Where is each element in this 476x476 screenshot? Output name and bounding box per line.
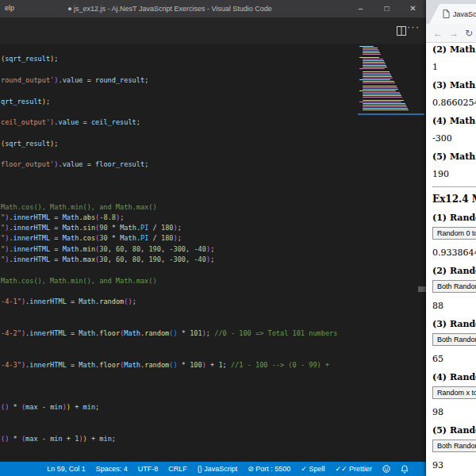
minimap-row: [363, 81, 394, 82]
section-heading: Ex12.4 Math: [432, 194, 476, 204]
random-button[interactable]: Random 0 to: [432, 227, 476, 240]
minimap-row: [363, 62, 385, 63]
scrollbar-thumb[interactable]: [418, 286, 426, 292]
browser-tabbar: JavaScri: [426, 0, 476, 24]
minimap-row: [363, 63, 386, 64]
random-button[interactable]: Both Random: [432, 333, 476, 346]
output-label: (4) Random :: [432, 373, 476, 382]
minimap-row: [363, 97, 402, 98]
more-actions-icon[interactable]: ···: [407, 21, 420, 33]
code-line: (sqrt_result);: [1, 54, 58, 64]
browser-window: JavaScri ← → ↻ (2) Math.sin1(3) Math.cos…: [426, 0, 476, 476]
minimap-row: [363, 54, 381, 55]
minimap-row: [363, 103, 405, 104]
minimap-row: [363, 75, 391, 75]
minimap-row: [363, 106, 407, 107]
forward-button[interactable]: →: [449, 28, 459, 39]
minimap-row: [359, 90, 396, 91]
code-editor[interactable]: (sqrt_result);round_output').value = rou…: [0, 44, 426, 462]
output-label: (3) Random: [432, 320, 476, 328]
titlebar: elp ● js_ex12.js - Aj.NesT JavaScript Ex…: [0, 0, 426, 17]
minimap-row: [363, 60, 384, 61]
minimap-row: [363, 49, 378, 50]
random-button[interactable]: Random x to: [432, 386, 476, 399]
code-line: ").innerHTML = Math.sin(90 * Math.PI / 1…: [1, 223, 182, 233]
status-cursor-position[interactable]: Ln 59, Col 1: [47, 465, 86, 473]
output-value: 0.8660254037: [432, 98, 476, 107]
minimap-row: [363, 108, 408, 109]
minimap-row: [358, 56, 420, 56]
code-line: floor_output').value = floor_result;: [1, 159, 148, 170]
status-encoding[interactable]: UTF-8: [138, 465, 159, 473]
menu-help-partial[interactable]: elp: [5, 4, 14, 12]
browser-content: (2) Math.sin1(3) Math.cos0.8660254037(4)…: [426, 44, 476, 476]
minimap-row: [363, 105, 406, 106]
output-label: (1) Random (: [432, 213, 476, 222]
minimap-row: [363, 95, 401, 96]
output-label: (5) Math.max: [432, 152, 476, 161]
code-line: ").innerHTML = Math.abs(-8.8);: [1, 213, 124, 223]
page-icon: [443, 7, 450, 21]
random-button[interactable]: Both Random: [432, 280, 476, 293]
minimap-row: [363, 78, 393, 79]
minimap-row: [363, 73, 390, 74]
output-label: (3) Math.cos: [432, 81, 476, 90]
code-line: () * (max - min)) + min;: [1, 402, 99, 413]
minimap-row: [359, 102, 401, 102]
status-live-server-port[interactable]: ⊘ Port : 5500: [248, 465, 290, 473]
output-label: (2) Math.sin: [432, 45, 476, 54]
minimap-row: [358, 70, 420, 71]
status-eol[interactable]: CRLF: [168, 465, 187, 473]
minimap-row: [363, 51, 379, 52]
minimize-button[interactable]: –: [347, 0, 374, 17]
minimap-row: [363, 87, 397, 88]
status-spell[interactable]: ✓ Spell: [301, 465, 324, 473]
minimap-row: [358, 98, 420, 99]
output-value: 65: [432, 355, 476, 363]
minimap-row: [363, 71, 390, 72]
split-editor-icon[interactable]: [397, 25, 406, 34]
code-line: -4-2").innerHTML = Math.floor(Math.rando…: [1, 328, 337, 339]
minimap-row: [363, 83, 395, 83]
editor-group-header: ···: [0, 17, 426, 44]
output-value: 0.9338644652: [432, 248, 476, 257]
code-line: ").innerHTML = Math.min(30, 60, 80, 190,…: [1, 244, 214, 255]
code-line: -4-3").innerHTML = Math.floor(Math.rando…: [1, 360, 329, 370]
minimap-row: [359, 57, 379, 58]
minimap-row: [363, 65, 386, 66]
output-value: 190: [432, 170, 476, 178]
code-line: (sqrt_result);: [1, 139, 58, 149]
minimap-row: [363, 52, 380, 53]
minimap-row: [359, 79, 390, 80]
maximize-button[interactable]: □: [374, 0, 400, 17]
refresh-button[interactable]: ↻: [465, 28, 473, 39]
code-line: () * (max - min + 1)) + min;: [1, 434, 116, 444]
output-label: (4) Math.min: [432, 117, 476, 125]
output-value: -300: [432, 134, 476, 143]
window-title: ● js_ex12.js - Aj.NesT JavaScript Exerci…: [51, 5, 289, 13]
feedback-icon[interactable]: [382, 465, 390, 473]
status-bar: Ln 59, Col 1Spaces: 4UTF-8CRLF{} JavaScr…: [0, 462, 426, 476]
code-line: round_output').value = round_result;: [1, 75, 148, 86]
status-language-mode[interactable]: {} JavaScript: [198, 465, 238, 473]
output-value: 88: [432, 301, 476, 310]
vscode-window: elp ● js_ex12.js - Aj.NesT JavaScript Ex…: [0, 0, 426, 476]
minimap-row: [363, 94, 401, 94]
output-label: (2) Random (: [432, 267, 476, 275]
minimap-row: [363, 100, 404, 101]
minimap-row: [363, 76, 392, 77]
bell-icon[interactable]: [401, 465, 409, 474]
output-value: 98: [432, 408, 476, 416]
output-divider: [432, 186, 476, 187]
close-button[interactable]: ✕: [400, 0, 426, 17]
code-line: ceil_output').value = ceil_result;: [1, 117, 140, 128]
minimap-row: [363, 86, 397, 86]
back-button[interactable]: ←: [433, 28, 443, 39]
minimap[interactable]: [358, 46, 420, 114]
random-button[interactable]: Both Random: [432, 440, 476, 452]
browser-tab[interactable]: JavaScri: [429, 4, 476, 24]
minimap-row: [363, 109, 409, 110]
code-line: -4-1").innerHTML = Math.random();: [1, 297, 136, 307]
status-prettier[interactable]: ✓✓ Prettier: [335, 465, 372, 473]
status-indentation[interactable]: Spaces: 4: [96, 465, 128, 473]
